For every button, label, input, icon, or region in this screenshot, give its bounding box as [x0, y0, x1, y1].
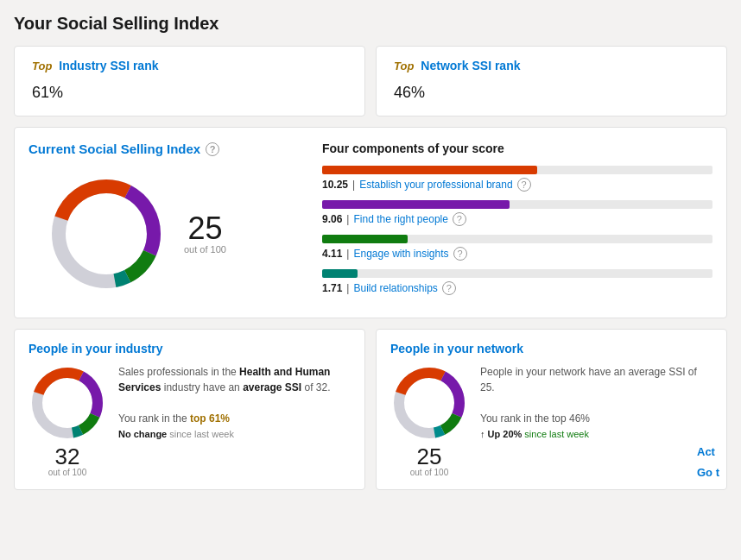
component-help-2[interactable]: ? [453, 212, 466, 226]
donut-container: 25 out of 100 [28, 165, 305, 303]
network-mini-donut [390, 364, 468, 442]
component-row-1: 10.25 | Establish your professional bran… [322, 166, 712, 192]
ssi-title: Current Social Selling Index ? [28, 142, 305, 156]
rank-cards: Top Industry SSI rank 61% Top Network SS… [14, 46, 727, 116]
component-bar-fill-3 [322, 235, 408, 243]
ssi-left: Current Social Selling Index ? [28, 142, 305, 304]
industry-rank-title: Industry SSI rank [59, 59, 158, 72]
network-people-content: People in your network have an average S… [480, 364, 712, 442]
ssi-section: Current Social Selling Index ? [14, 127, 727, 318]
component-value-4: 1.71 [322, 282, 342, 294]
component-row-2: 9.06 | Find the right people ? [322, 200, 712, 226]
network-people-title: People in your network [390, 342, 712, 356]
industry-people-card: People in your industry 32 out of 100 [14, 329, 365, 490]
industry-rank-card: Top Industry SSI rank 61% [14, 46, 365, 116]
component-label-1: 10.25 | Establish your professional bran… [322, 178, 712, 192]
industry-mini-score-sub: out of 100 [48, 468, 86, 477]
donut-chart [46, 173, 167, 294]
bottom-cards: People in your industry 32 out of 100 [14, 329, 727, 490]
act-link[interactable]: Act [697, 442, 719, 462]
component-bar-fill-2 [322, 200, 510, 209]
network-rank-card: Top Network SSI rank 46% [376, 46, 727, 116]
component-name-4[interactable]: Build relationships [353, 282, 437, 294]
network-rank-title: Network SSI rank [421, 59, 520, 72]
ssi-right: Four components of your score 10.25 | Es… [322, 142, 712, 304]
component-label-4: 1.71 | Build relationships ? [322, 281, 712, 295]
component-value-1: 10.25 [322, 179, 348, 191]
action-links: Act Go t [690, 435, 726, 489]
component-name-1[interactable]: Establish your professional brand [359, 179, 512, 191]
component-bar-fill-1 [322, 166, 537, 174]
ssi-score: 25 [184, 213, 226, 244]
components-title: Four components of your score [322, 142, 712, 155]
component-help-4[interactable]: ? [442, 281, 456, 295]
network-rank-value: 46% [394, 76, 709, 104]
component-name-2[interactable]: Find the right people [353, 213, 447, 225]
component-bar-bg-1 [322, 166, 712, 174]
network-people-left: 25 out of 100 [390, 364, 468, 477]
component-name-3[interactable]: Engage with insights [353, 248, 448, 260]
network-description: People in your network have an average S… [480, 364, 712, 442]
component-bar-bg-3 [322, 235, 712, 243]
industry-top-label: Top [32, 60, 52, 72]
component-row-4: 1.71 | Build relationships ? [322, 269, 712, 295]
ssi-help-icon[interactable]: ? [206, 142, 219, 156]
component-value-3: 4.11 [322, 248, 342, 260]
industry-change: No change since last week [118, 429, 234, 439]
industry-rank-value: 61% [32, 76, 347, 104]
component-bar-bg-2 [322, 200, 712, 209]
industry-people-left: 32 out of 100 [28, 364, 106, 477]
network-mini-score-sub: out of 100 [410, 468, 448, 477]
industry-people-content: Sales professionals in the Health and Hu… [118, 364, 351, 442]
component-value-2: 9.06 [322, 213, 342, 225]
network-people-card: People in your network 25 out of 100 [376, 329, 727, 490]
component-label-3: 4.11 | Engage with insights ? [322, 247, 712, 261]
industry-description: Sales professionals in the Health and Hu… [118, 364, 351, 442]
component-help-1[interactable]: ? [517, 178, 531, 192]
component-bar-bg-4 [322, 269, 712, 278]
component-row-3: 4.11 | Engage with insights ? [322, 235, 712, 261]
page-title: Your Social Selling Index [14, 14, 727, 34]
donut-score: 25 out of 100 [184, 213, 226, 255]
go-link[interactable]: Go t [697, 462, 719, 482]
network-mini-score: 25 [417, 445, 442, 468]
component-bar-fill-4 [322, 269, 358, 278]
component-label-2: 9.06 | Find the right people ? [322, 212, 712, 226]
industry-people-title: People in your industry [28, 342, 351, 356]
ssi-score-sub: out of 100 [184, 244, 226, 255]
industry-mini-score: 32 [55, 445, 80, 468]
industry-mini-donut [28, 364, 106, 442]
network-top-label: Top [394, 60, 414, 72]
component-help-3[interactable]: ? [453, 247, 467, 261]
network-change: ↑ Up 20% since last week [480, 429, 589, 439]
